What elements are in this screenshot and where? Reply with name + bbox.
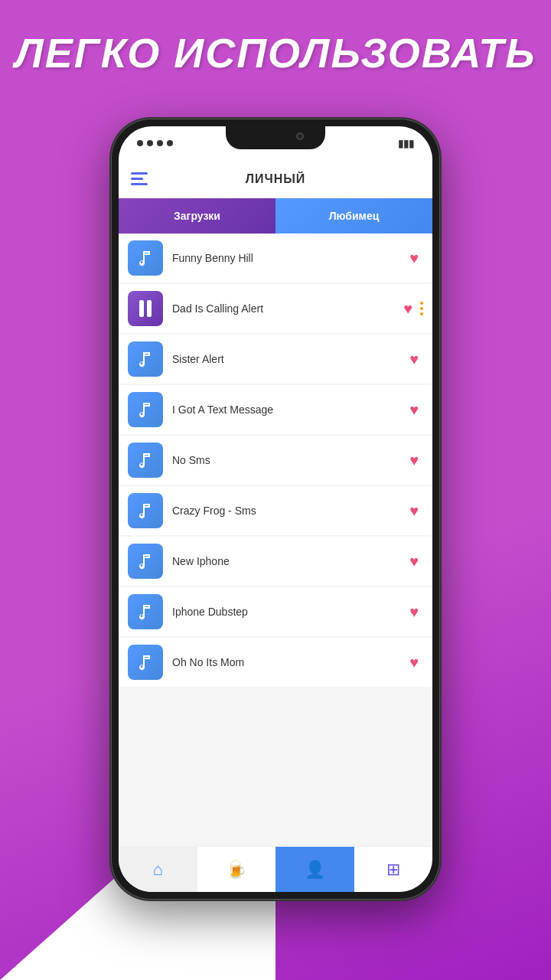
song-item-6[interactable]: Crazy Frog - Sms ♥ — [119, 486, 432, 535]
song-icon-7 — [128, 544, 163, 579]
heart-icon-5[interactable]: ♥ — [409, 452, 419, 469]
nav-user[interactable]: 👤 — [276, 847, 354, 892]
song-icon-3 — [128, 341, 163, 377]
signal-dot-3 — [157, 140, 163, 146]
tab-bar: Загрузки Любимец — [119, 198, 432, 234]
bottom-nav: ⌂ 🍺 👤 ⊞ — [119, 846, 432, 892]
more-dot-3 — [420, 312, 423, 315]
song-item-9[interactable]: Oh No Its Mom ♥ — [119, 638, 432, 687]
music-note-icon-8 — [136, 603, 155, 621]
song-item-7[interactable]: New Iphone ♥ — [119, 537, 432, 586]
nav-add[interactable]: ⊞ — [354, 847, 433, 892]
hamburger-line-2 — [131, 178, 143, 180]
nav-home[interactable]: ⌂ — [119, 847, 197, 892]
menu-icon[interactable] — [131, 172, 148, 185]
music-note-icon-7 — [136, 552, 155, 570]
app-header: ЛИЧНЫЙ — [119, 160, 432, 198]
pause-icon — [139, 300, 152, 317]
phone-screen: ▮▮▮ ЛИЧНЫЙ Загрузки Любимец — [119, 126, 432, 892]
heart-icon-3[interactable]: ♥ — [409, 351, 419, 368]
front-camera — [296, 132, 304, 140]
music-note-icon-6 — [136, 501, 155, 520]
heart-icon-1[interactable]: ♥ — [409, 250, 419, 267]
song-name-3: Sister Alert — [172, 353, 409, 365]
music-note-icon-5 — [136, 451, 155, 469]
battery-indicator: ▮▮▮ — [398, 138, 414, 149]
song-icon-4 — [128, 392, 163, 427]
more-options-icon[interactable] — [420, 302, 423, 315]
song-list: Funny Benny Hill ♥ Dad Is Calling Alert … — [119, 234, 432, 846]
nav-beer[interactable]: 🍺 — [197, 847, 276, 892]
music-note-icon-9 — [136, 653, 155, 671]
song-name-9: Oh No Its Mom — [172, 656, 409, 668]
song-name-5: No Sms — [172, 454, 409, 466]
song-name-8: Iphone Dubstep — [172, 606, 409, 618]
phone-frame: ▮▮▮ ЛИЧНЫЙ Загрузки Любимец — [111, 119, 440, 900]
song-item-4[interactable]: I Got A Text Message ♥ — [119, 385, 432, 434]
heart-icon-4[interactable]: ♥ — [409, 401, 419, 419]
music-note-icon-1 — [136, 249, 155, 267]
song-item-5[interactable]: No Sms ♥ — [119, 436, 432, 485]
heart-icon-6[interactable]: ♥ — [409, 502, 419, 520]
hamburger-line-1 — [131, 172, 148, 175]
heart-icon-7[interactable]: ♥ — [409, 553, 419, 570]
signal-dot-1 — [137, 140, 143, 146]
song-icon-5 — [128, 443, 163, 478]
tab-favorites[interactable]: Любимец — [276, 198, 432, 234]
hamburger-line-3 — [131, 183, 148, 185]
heart-icon-8[interactable]: ♥ — [409, 603, 419, 621]
music-note-icon-4 — [136, 400, 155, 419]
more-dot-2 — [420, 307, 423, 310]
song-name-2: Dad Is Calling Alert — [172, 302, 403, 315]
song-item-2[interactable]: Dad Is Calling Alert ♥ — [119, 284, 432, 333]
pause-bar-1 — [139, 300, 144, 317]
song-icon-2 — [128, 291, 163, 326]
page-title: ЛЕГКО ИСПОЛЬЗОВАТЬ — [0, 29, 551, 77]
more-dot-1 — [420, 302, 423, 305]
home-icon: ⌂ — [153, 860, 163, 880]
app-title: ЛИЧНЫЙ — [246, 172, 306, 186]
song-item-3[interactable]: Sister Alert ♥ — [119, 335, 432, 384]
signal-dot-4 — [167, 140, 173, 146]
song-icon-1 — [128, 240, 163, 276]
song-item-1[interactable]: Funny Benny Hill ♥ — [119, 234, 432, 283]
user-icon: 👤 — [305, 860, 325, 880]
song-icon-6 — [128, 493, 163, 528]
music-note-icon-3 — [136, 350, 155, 368]
song-icon-8 — [128, 594, 163, 629]
pause-bar-2 — [147, 300, 152, 317]
heart-icon-2[interactable]: ♥ — [403, 300, 412, 318]
tab-downloads[interactable]: Загрузки — [119, 198, 276, 234]
song-item-8[interactable]: Iphone Dubstep ♥ — [119, 587, 432, 636]
beer-icon: 🍺 — [226, 860, 246, 880]
heart-icon-9[interactable]: ♥ — [409, 654, 419, 671]
song-icon-9 — [128, 645, 163, 680]
signal-dot-2 — [147, 140, 153, 146]
song-name-4: I Got A Text Message — [172, 403, 409, 416]
song-name-7: New Iphone — [172, 555, 409, 567]
signal-dots — [137, 140, 173, 146]
song-name-6: Crazy Frog - Sms — [172, 505, 409, 517]
song-name-1: Funny Benny Hill — [172, 252, 409, 264]
add-icon: ⊞ — [386, 860, 400, 880]
notch — [226, 126, 325, 149]
